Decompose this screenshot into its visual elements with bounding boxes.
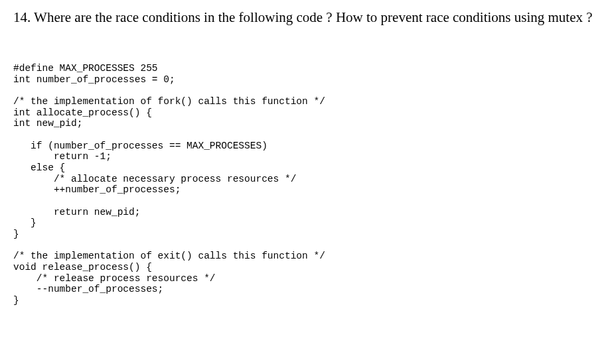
code-block: #define MAX_PROCESSES 255 int number_of_… — [13, 52, 599, 306]
code-line: int allocate_process() { — [13, 107, 152, 118]
code-line: return -1; — [13, 151, 112, 162]
code-line: return new_pid; — [13, 207, 140, 217]
code-line: --number_of_processes; — [13, 284, 163, 294]
code-line: #define MAX_PROCESSES 255 — [13, 63, 158, 74]
code-line: } — [13, 295, 19, 306]
code-line: int new_pid; — [13, 118, 82, 129]
code-line: else { — [13, 162, 65, 173]
code-line: /* the implementation of exit() calls th… — [13, 251, 325, 261]
code-line: /* the implementation of fork() calls th… — [13, 96, 325, 107]
code-line: int number_of_processes = 0; — [13, 74, 175, 85]
code-line: } — [13, 229, 19, 239]
code-line: if (number_of_processes == MAX_PROCESSES… — [13, 141, 268, 151]
code-line: } — [13, 217, 37, 228]
code-line: /* release process resources */ — [13, 273, 216, 284]
code-line: /* allocate necessary process resources … — [13, 174, 296, 184]
code-line: ++number_of_processes; — [13, 184, 181, 195]
code-line: void release_process() { — [13, 262, 152, 273]
question-text: 14. Where are the race conditions in the… — [13, 8, 599, 27]
